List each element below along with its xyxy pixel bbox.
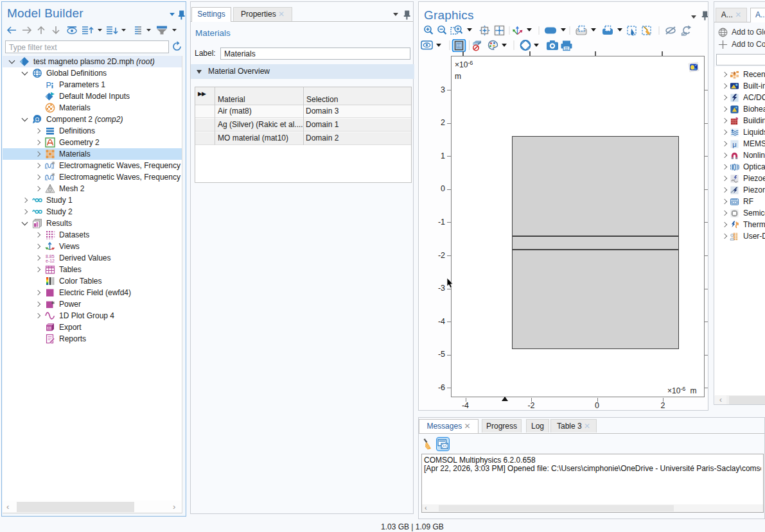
svg-text:Ω: Ω [35, 116, 40, 123]
svg-text:e-12: e-12 [46, 259, 55, 263]
svg-text:8.85: 8.85 [46, 254, 55, 259]
svg-text:μ: μ [732, 140, 736, 148]
svg-text:P: P [46, 81, 51, 90]
